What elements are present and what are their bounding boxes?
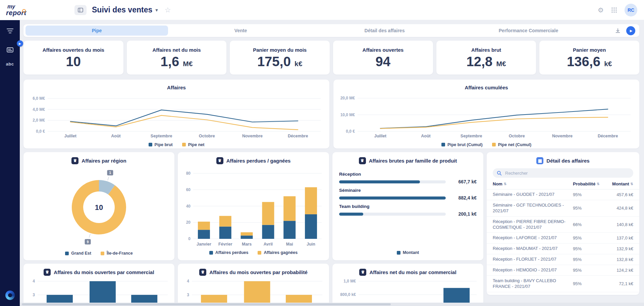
svg-text:Septembre: Septembre: [461, 134, 482, 138]
legend-item[interactable]: Affaires perdues: [209, 250, 249, 255]
svg-text:Mars: Mars: [242, 242, 252, 247]
tab-label: Détail des affaires: [365, 28, 405, 33]
crown-icon: ♛: [44, 269, 51, 276]
legend-item[interactable]: Île-de-France: [101, 251, 133, 256]
filter-icon[interactable]: [4, 25, 16, 37]
legend-label: Grand Est: [71, 251, 91, 256]
sort-probabilite-icon[interactable]: ⇅: [597, 182, 599, 186]
legend-swatch: [397, 251, 400, 255]
cell-montant: 424,8 k€: [605, 206, 633, 211]
table-row[interactable]: Team building - JACUMI FRANCE - 2021/079…: [487, 292, 639, 295]
abc-text-tool[interactable]: abc: [6, 61, 14, 67]
chart-title: Affaires net du mois par commercial: [369, 269, 456, 275]
crown-icon: ♛: [359, 157, 366, 164]
tab-pipe[interactable]: Pipe: [25, 26, 168, 36]
famille-hbar-chart: Réception667,7 k€Séminaire882,4 k€Team b…: [332, 164, 483, 248]
table-row[interactable]: Séminaire - GCF TECHNOLOGIES - 2021/0795…: [487, 200, 639, 216]
cell-montant: 132,8 k€: [605, 257, 633, 262]
table-row[interactable]: Team building - BAVY CALLEBO FRANCE - 20…: [487, 275, 639, 292]
kpi-panier-moyen-du-mois: Panier moyen du mois 175,0 k€: [230, 41, 330, 75]
crown-icon: ♛: [199, 269, 206, 276]
hbar-track: [339, 196, 446, 200]
table-row[interactable]: Réception - PIERRE FIBRE DERMO-COSMETIQU…: [487, 216, 639, 233]
table-search[interactable]: [493, 168, 633, 178]
tab-vente[interactable]: Vente: [169, 26, 312, 36]
svg-text:800,0 k€: 800,0 k€: [340, 292, 356, 297]
table-row[interactable]: Réception - HEMODIO - 2021/0795%124,2 k€: [487, 265, 639, 275]
svg-text:Novembre: Novembre: [552, 134, 573, 138]
hbar-row-label: Team building: [339, 204, 477, 209]
panel-expand-toggle[interactable]: ▶: [17, 40, 23, 47]
cell-nom: Réception - PIERRE FIBRE DERMO-COSMETIQU…: [493, 219, 573, 230]
hbar-value: 667,7 k€: [450, 179, 477, 184]
settings-gear-icon[interactable]: ⚙: [598, 6, 604, 14]
kpi-affaires-ouvertes: Affaires ouvertes 94: [333, 41, 433, 75]
svg-text:9: 9: [87, 240, 89, 244]
legend-item[interactable]: Pipe brut: [149, 142, 173, 147]
user-avatar[interactable]: RC: [625, 4, 637, 16]
cell-montant: 132,9 k€: [605, 246, 633, 251]
apps-grid-icon[interactable]: [611, 7, 617, 13]
horizontal-scrollbar[interactable]: [20, 303, 644, 306]
chart-title: Affaires perdues / gagnées: [226, 158, 291, 164]
legend-swatch: [149, 143, 152, 146]
chart-legend: Pipe brutPipe net: [23, 141, 329, 148]
search-input[interactable]: [504, 170, 629, 176]
cell-probabilite: 95%: [573, 257, 605, 262]
legend-item[interactable]: Pipe brut (Cumul): [441, 142, 483, 147]
myreport-logo: my report: [6, 4, 37, 16]
title-dropdown-caret[interactable]: ▾: [155, 7, 158, 13]
cell-montant: 124,2 k€: [605, 268, 633, 273]
chart-title: Affaires du mois ouvertes par commercial: [54, 269, 154, 275]
legend-item[interactable]: Pipe net (Cumul): [492, 142, 531, 147]
legend-item[interactable]: Grand Est: [65, 251, 91, 256]
legend-item[interactable]: Pipe net: [182, 142, 205, 147]
report-card-icon[interactable]: [4, 44, 16, 55]
net-commercial-bar-chart: 800,0 k€1,0 M€: [334, 276, 482, 306]
legend-swatch: [65, 252, 69, 255]
table-row[interactable]: Séminaire - GUODET - 2021/0795%457,6 k€: [487, 189, 639, 200]
chart-card-affaires-cumulees: Affaires cumulées 0,0 €10,0 M€20,0 M€Jui…: [333, 80, 639, 148]
svg-text:Juillet: Juillet: [64, 134, 77, 138]
hbar-fill: [339, 213, 363, 216]
logo-line2: report: [6, 9, 37, 16]
kpi-label: Affaires ouvertes: [363, 47, 404, 53]
tab-performance-commerciale[interactable]: Performance Commerciale: [457, 26, 600, 36]
region-donut-chart: 1910: [23, 164, 174, 249]
table-icon: ▦: [536, 157, 543, 164]
sort-nom-icon[interactable]: ⇅: [504, 182, 506, 186]
chart-card-perdues-gagnees: ♛ Affaires perdues / gagnées 020406080Ja…: [178, 152, 329, 260]
logo-orange-dot: [22, 9, 26, 13]
legend-item[interactable]: Affaires gagnées: [258, 250, 298, 255]
svg-text:40: 40: [186, 204, 191, 209]
mois-probabilite-bar-chart: 34: [179, 276, 328, 306]
legend-item[interactable]: Montant: [397, 250, 419, 255]
cell-probabilite: 95%: [573, 206, 605, 211]
svg-text:Octobre: Octobre: [199, 134, 215, 138]
tab-label: Performance Commerciale: [499, 28, 558, 33]
chart-legend: Affaires perduesAffaires gagnées: [178, 248, 329, 257]
favorite-star-icon[interactable]: ☆: [165, 6, 171, 14]
collapse-sidebar-button[interactable]: [74, 5, 87, 15]
cell-probabilite: 95%: [573, 235, 605, 241]
chart-card-affaires: Affaires 0,0 €2,0 M€4,0 M€6,0 M€JuilletA…: [23, 80, 329, 148]
kpi-label: Affaires ouvertes du mois: [43, 47, 104, 53]
play-button[interactable]: ▶: [626, 26, 635, 35]
table-row[interactable]: Réception - LAFORGE - 2021/0795%137,0 k€: [487, 232, 639, 243]
chart-card-mois-commercial: ♛ Affaires du mois ouvertes par commerci…: [23, 264, 174, 306]
sort-montant-icon[interactable]: ⇅: [631, 182, 633, 186]
svg-text:10,0 M€: 10,0 M€: [340, 113, 355, 117]
legend-swatch: [492, 143, 496, 146]
cell-probabilite: 95%: [573, 268, 605, 273]
table-row[interactable]: Réception - MADUMAT - 2021/0795%132,9 k€: [487, 243, 639, 254]
tab-label: Vente: [234, 28, 247, 33]
download-icon[interactable]: [615, 28, 621, 34]
cell-probabilite: 66%: [573, 222, 605, 227]
table-row[interactable]: Réception - FLORIJET - 2021/0795%132,8 k…: [487, 254, 639, 265]
tab-detail-des-affaires[interactable]: Détail des affaires: [313, 26, 456, 36]
horizontal-scrollbar-thumb[interactable]: [22, 303, 391, 305]
svg-text:Avril: Avril: [264, 242, 273, 247]
table-body: Séminaire - GUODET - 2021/0795%457,6 k€S…: [487, 189, 639, 295]
chart-title: Affaires par région: [82, 158, 126, 164]
cell-nom: Séminaire - GCF TECHNOLOGIES - 2021/07: [493, 203, 573, 214]
